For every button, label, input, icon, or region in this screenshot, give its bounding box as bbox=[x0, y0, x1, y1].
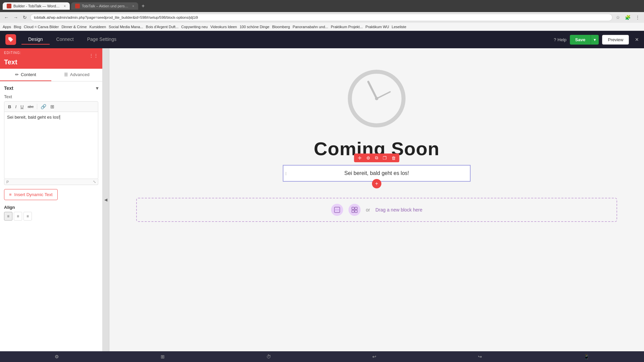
section-icon bbox=[334, 206, 340, 213]
bookmark-100[interactable]: 100 schöne Dinge bbox=[240, 25, 270, 29]
logo-icon bbox=[7, 36, 14, 43]
bookmark-social[interactable]: Social Media Mana... bbox=[109, 25, 143, 29]
browser-tab-2[interactable]: TobiTalk – Aktien und persönlich... × bbox=[71, 2, 138, 10]
align-right-button[interactable]: ≡ bbox=[23, 212, 32, 221]
block-move-button[interactable]: ✛ bbox=[356, 155, 363, 161]
block-toolbar: ✛ ⚙ ⧉ ❐ 🗑 bbox=[354, 154, 399, 162]
header-right: ? Help Save ▾ Preview × bbox=[554, 35, 639, 45]
app-logo bbox=[5, 34, 16, 45]
browser-nav: ← → ↻ tobitalk.at/wp-admin/admin.php?pag… bbox=[0, 12, 644, 23]
header-tab-connect[interactable]: Connect bbox=[50, 35, 80, 45]
add-section-icon[interactable] bbox=[331, 204, 343, 216]
header-tabs: Design Connect Page Settings bbox=[21, 35, 123, 45]
tab-close-2[interactable]: × bbox=[132, 4, 134, 8]
add-block-zone: or Drag a new block here bbox=[136, 198, 618, 222]
menu-button[interactable]: ⋮ bbox=[634, 14, 641, 21]
header-tab-pagesettings[interactable]: Page Settings bbox=[80, 35, 123, 45]
collapse-arrow[interactable]: ▾ bbox=[96, 85, 98, 91]
responsive-tool-button[interactable]: 📱 bbox=[581, 353, 592, 361]
editing-header: EDITING: ⋮⋮ Text bbox=[0, 48, 102, 69]
align-section: Align ≡ ≡ ≡ bbox=[4, 205, 98, 221]
add-block-icon-2[interactable] bbox=[348, 204, 361, 216]
dynamic-text-icon: ≡ bbox=[9, 192, 12, 197]
clock-icon bbox=[346, 68, 407, 129]
forward-button[interactable]: → bbox=[12, 14, 19, 21]
panel-content: Text ▾ Text B I U abc 🔗 ⊞ Sei bereit, ba… bbox=[0, 81, 102, 351]
underline-button[interactable]: U bbox=[19, 103, 25, 110]
toolbar-sep-1 bbox=[37, 104, 37, 109]
panel-collapse-toggle[interactable]: ◀ bbox=[103, 48, 109, 351]
block-settings-button[interactable]: ⚙ bbox=[365, 155, 372, 161]
content-tab-icon: ✏ bbox=[15, 72, 19, 77]
block-add-button[interactable]: + bbox=[372, 179, 381, 188]
bookmark-panorama[interactable]: Panoramabahn und... bbox=[292, 25, 328, 29]
editing-label: EDITING: bbox=[4, 51, 21, 55]
editing-title: Text bbox=[0, 58, 102, 69]
main-layout: EDITING: ⋮⋮ Text ✏ Content ☰ Advanced Te… bbox=[0, 48, 644, 351]
drag-handle[interactable]: ⋮⋮ bbox=[89, 51, 98, 58]
resize-handle[interactable]: ⤡ bbox=[93, 180, 96, 184]
svg-rect-6 bbox=[352, 207, 354, 209]
block-delete-button[interactable]: 🗑 bbox=[390, 155, 397, 161]
help-button[interactable]: ? Help bbox=[554, 37, 567, 42]
header-tab-design[interactable]: Design bbox=[21, 35, 50, 45]
drag-block-label: Drag a new block here bbox=[375, 207, 422, 213]
block-duplicate-button[interactable]: ❐ bbox=[381, 155, 388, 161]
text-editor[interactable]: Sei bereit, bald geht es los! bbox=[4, 112, 98, 179]
left-panel: EDITING: ⋮⋮ Text ✏ Content ☰ Advanced Te… bbox=[0, 48, 103, 351]
bookmark-bloomberg[interactable]: Bloomberg bbox=[272, 25, 290, 29]
panel-tabs: ✏ Content ☰ Advanced bbox=[0, 69, 102, 81]
svg-point-3 bbox=[375, 97, 378, 100]
bookmark-apps[interactable]: Apps bbox=[3, 25, 11, 29]
help-icon: ? bbox=[554, 37, 556, 42]
selected-text-content: Sei bereit, bald geht es los! bbox=[344, 170, 409, 176]
history-tool-button[interactable]: ⏱ bbox=[264, 353, 274, 361]
insert-dynamic-text-button[interactable]: ≡ Insert Dynamic Text bbox=[4, 189, 58, 200]
bold-button[interactable]: B bbox=[6, 103, 13, 110]
address-bar[interactable]: tobitalk.at/wp-admin/admin.php?page=seed… bbox=[30, 14, 612, 21]
link-button[interactable]: 🔗 bbox=[39, 103, 48, 110]
settings-tool-button[interactable]: ⚙ bbox=[52, 353, 62, 361]
back-button[interactable]: ← bbox=[3, 14, 10, 21]
bookmark-lese[interactable]: Leseliste bbox=[392, 25, 406, 29]
tab-advanced[interactable]: ☰ Advanced bbox=[51, 69, 103, 81]
bookmark-praktikum1[interactable]: Praktikum Projekt... bbox=[331, 25, 363, 29]
save-button[interactable]: Save bbox=[570, 35, 591, 45]
align-left-button[interactable]: ≡ bbox=[4, 212, 12, 221]
paragraph-tag: P bbox=[6, 180, 9, 184]
browser-chrome: Builder - TobiTalk — WordPress × TobiTal… bbox=[0, 0, 644, 12]
bookmark-copy[interactable]: Copywriting neu bbox=[181, 25, 208, 29]
bookmark-praktikum2[interactable]: Praktikum WU bbox=[366, 25, 389, 29]
tab-close-1[interactable]: × bbox=[64, 4, 66, 8]
align-center-button[interactable]: ≡ bbox=[14, 212, 22, 221]
new-tab-button[interactable]: + bbox=[140, 3, 147, 9]
bookmark-video[interactable]: Videokurs Ideen bbox=[210, 25, 237, 29]
svg-line-2 bbox=[377, 92, 390, 99]
bookmark-kursideen[interactable]: Kursideen bbox=[90, 25, 106, 29]
close-button[interactable]: × bbox=[635, 36, 639, 43]
redo-tool-button[interactable]: ↪ bbox=[475, 353, 485, 361]
block-copy-button[interactable]: ⧉ bbox=[373, 155, 380, 161]
canvas-area: Coming Soon ✛ ⚙ ⧉ ❐ 🗑 Sei bereit, bald g… bbox=[109, 48, 644, 351]
italic-button[interactable]: I bbox=[13, 103, 18, 110]
browser-tab-1[interactable]: Builder - TobiTalk — WordPress × bbox=[3, 2, 70, 10]
bookmark-blog[interactable]: Blog bbox=[14, 25, 21, 29]
bookmark-dinner[interactable]: Dinner & Crime bbox=[61, 25, 87, 29]
bookmark-button[interactable]: ☆ bbox=[614, 14, 622, 21]
text-section-label: Text bbox=[4, 85, 13, 91]
blocks-tool-button[interactable]: ⊞ bbox=[158, 353, 167, 361]
table-button[interactable]: ⊞ bbox=[49, 103, 56, 110]
bookmarks-bar: Apps Blog Cloud = Canva Bilder Dinner & … bbox=[0, 23, 644, 31]
tab-label-2: TobiTalk – Aktien und persönlich... bbox=[82, 4, 129, 8]
undo-tool-button[interactable]: ↩ bbox=[370, 353, 379, 361]
bookmark-canva[interactable]: Cloud = Canva Bilder bbox=[24, 25, 59, 29]
refresh-button[interactable]: ↻ bbox=[21, 14, 28, 21]
extensions-button[interactable]: 🧩 bbox=[624, 14, 632, 21]
bookmark-bois[interactable]: Bois d'Argent Duft... bbox=[146, 25, 178, 29]
text-cursor-indicator: | bbox=[285, 171, 286, 175]
tab-content[interactable]: ✏ Content bbox=[0, 69, 51, 81]
app-header: Design Connect Page Settings ? Help Save… bbox=[0, 31, 644, 48]
strikethrough-button[interactable]: abc bbox=[26, 104, 35, 110]
save-dropdown-button[interactable]: ▾ bbox=[591, 35, 599, 45]
preview-button[interactable]: Preview bbox=[602, 35, 629, 45]
